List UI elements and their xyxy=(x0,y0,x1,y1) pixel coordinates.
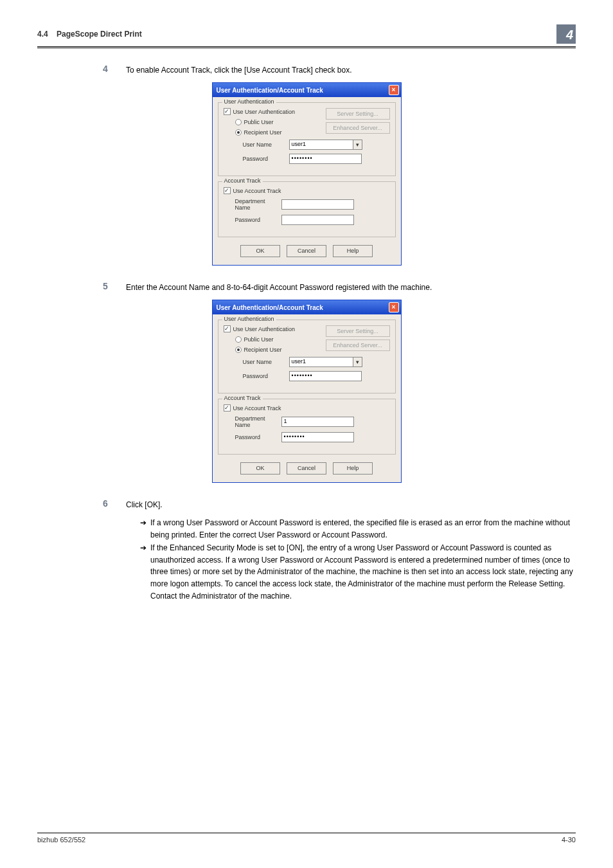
server-setting-button[interactable]: Server Setting... xyxy=(326,108,390,120)
cancel-button[interactable]: Cancel xyxy=(287,245,326,257)
header-rule xyxy=(37,46,576,47)
cancel-button-2[interactable]: Cancel xyxy=(287,462,326,475)
step-6-text: Click [OK]. xyxy=(126,498,576,511)
use-auth-checkbox[interactable] xyxy=(224,108,231,115)
track-pwd-input[interactable] xyxy=(281,215,354,225)
recipient-user-radio[interactable] xyxy=(235,129,242,136)
recipient-user-radio-2[interactable] xyxy=(235,347,242,353)
track-pwd-input-2[interactable]: •••••••• xyxy=(281,432,354,442)
ok-button-2[interactable]: OK xyxy=(240,462,280,475)
step-6-number: 6 xyxy=(103,498,126,511)
username-input-2[interactable]: user1 xyxy=(289,357,353,367)
account-track-frame-2: Account Track Use Account Track Departme… xyxy=(218,399,396,455)
server-setting-button-2[interactable]: Server Setting... xyxy=(326,325,390,337)
password-input-2[interactable]: •••••••• xyxy=(289,371,362,381)
step-4-text: To enable Account Track, click the [Use … xyxy=(126,64,576,76)
track-pwd-label: Password xyxy=(235,217,281,223)
footer-product: bizhub 652/552 xyxy=(37,836,85,844)
chapter-badge-icon: 4 xyxy=(556,24,576,44)
user-auth-frame: User Authentication Use User Authenticat… xyxy=(218,102,396,176)
username-input[interactable]: user1 xyxy=(289,140,353,150)
use-track-label: Use Account Track xyxy=(233,188,281,194)
password-input[interactable]: •••••••• xyxy=(289,154,362,164)
track-pwd-label-2: Password xyxy=(235,434,281,440)
user-auth-frame-2: User Authentication Use User Authenticat… xyxy=(218,320,396,393)
public-user-radio[interactable] xyxy=(235,119,242,125)
footer-page: 4-30 xyxy=(562,836,576,844)
dialog-title: User Authentication/Account Track xyxy=(217,87,389,94)
close-icon[interactable]: × xyxy=(389,85,399,95)
dept-name-input[interactable] xyxy=(281,199,354,210)
dialog-title-2: User Authentication/Account Track xyxy=(217,304,389,311)
use-auth-label: Use User Authentication xyxy=(233,109,296,115)
username-label: User Name xyxy=(243,141,289,148)
help-button-2[interactable]: Help xyxy=(333,462,373,475)
help-button[interactable]: Help xyxy=(333,245,373,257)
chevron-down-icon[interactable]: ▾ xyxy=(353,140,362,150)
account-track-legend: Account Track xyxy=(222,177,263,184)
public-user-radio-2[interactable] xyxy=(235,336,242,343)
ok-button[interactable]: OK xyxy=(240,245,280,257)
section-number: 4.4 xyxy=(37,30,48,39)
password-label-2: Password xyxy=(243,373,289,379)
step-4-number: 4 xyxy=(103,64,126,76)
recipient-user-label: Recipient User xyxy=(244,129,282,136)
use-auth-label-2: Use User Authentication xyxy=(233,326,296,332)
auth-dialog: User Authentication/Account Track × User… xyxy=(212,82,402,266)
note-2: If the Enhanced Security Mode is set to … xyxy=(150,542,576,602)
username-label-2: User Name xyxy=(243,359,289,365)
use-track-checkbox[interactable] xyxy=(224,187,231,194)
dept-name-input-2[interactable]: 1 xyxy=(281,417,354,427)
chapter-badge: 4 xyxy=(566,28,573,42)
enhanced-server-button[interactable]: Enhanced Server... xyxy=(326,122,390,134)
account-track-legend-2: Account Track xyxy=(222,395,263,401)
account-track-frame: Account Track Use Account Track Departme… xyxy=(218,181,396,237)
dept-name-label-2: Department Name xyxy=(235,415,281,428)
user-auth-legend: User Authentication xyxy=(222,98,276,105)
arrow-icon: ➔ xyxy=(140,517,150,541)
section-title: PageScope Direct Print xyxy=(57,30,142,39)
note-1: If a wrong User Password or Account Pass… xyxy=(150,517,576,541)
header-rule-2 xyxy=(37,48,576,48)
step-5-text: Enter the Account Name and 8-to-64-digit… xyxy=(126,281,576,293)
close-icon[interactable]: × xyxy=(389,302,399,312)
enhanced-server-button-2[interactable]: Enhanced Server... xyxy=(326,339,390,351)
password-label: Password xyxy=(243,156,289,162)
chevron-down-icon[interactable]: ▾ xyxy=(353,357,362,367)
public-user-label: Public User xyxy=(244,119,274,125)
use-auth-checkbox-2[interactable] xyxy=(224,325,231,332)
use-track-label-2: Use Account Track xyxy=(233,405,281,411)
user-auth-legend-2: User Authentication xyxy=(222,316,276,322)
dialog-title-bar: User Authentication/Account Track × xyxy=(213,83,401,97)
step-5-number: 5 xyxy=(103,281,126,293)
use-track-checkbox-2[interactable] xyxy=(224,404,231,411)
arrow-icon: ➔ xyxy=(140,542,150,602)
recipient-user-label-2: Recipient User xyxy=(244,347,282,353)
dialog-title-bar-2: User Authentication/Account Track × xyxy=(213,300,401,314)
public-user-label-2: Public User xyxy=(244,336,274,343)
auth-dialog-2: User Authentication/Account Track × User… xyxy=(212,300,402,483)
dept-name-label: Department Name xyxy=(235,198,281,211)
